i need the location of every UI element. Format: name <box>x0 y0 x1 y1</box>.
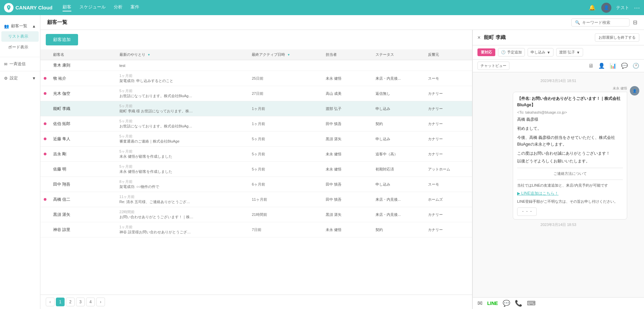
person-icon[interactable]: 👤 <box>598 63 605 69</box>
email-body2: この度はお問い合わせ誠にありがとうございます！ <box>517 150 623 157</box>
nav-analysis[interactable]: 分析 <box>114 4 122 11</box>
filter-icon[interactable]: ⊟ <box>633 19 637 26</box>
prev-page-button[interactable]: ‹ <box>46 298 55 306</box>
app-logo[interactable]: CANARY Cloud <box>4 3 52 12</box>
table-row[interactable]: 青木 康則 test <box>40 60 472 71</box>
chat-view-button[interactable]: チャットビュー <box>477 62 509 70</box>
page-button-4[interactable]: 4 <box>86 298 95 306</box>
email-body1: 今後、高橋 義彦様の担当をさせていただく、株式会社BluAgeの未永と申します。 <box>517 134 623 147</box>
table-row[interactable]: 能町 李織 5ヶ月前 能町 李織 様 お世話になっております。株式会社BluAe… <box>40 101 472 116</box>
close-button[interactable]: × <box>477 35 480 41</box>
row-active-time: 11ヶ月前 <box>248 192 322 207</box>
header-right: 🔔 👤 テスト ⋯ <box>588 3 640 13</box>
row-source: ホームズ <box>425 192 472 207</box>
th-staff[interactable]: 担当者 <box>322 49 372 60</box>
schedule-button[interactable]: 🕐 予定追加 <box>498 48 525 56</box>
row-status <box>372 60 425 71</box>
table-row[interactable]: 光木 伽空 5ヶ月前 お世話になっております。株式会社BluAgeでございます.… <box>40 86 472 101</box>
row-dot <box>40 71 50 86</box>
sidebar-broadcast[interactable]: ✉ 一斉送信 <box>0 59 40 70</box>
row-dot <box>40 86 50 101</box>
page-title: 顧客一覧 <box>47 19 67 26</box>
search-input[interactable] <box>582 20 626 25</box>
row-dot <box>40 192 50 207</box>
table-row[interactable]: 黒須 湛矢 22時間前 お問い合わせありがとうございます！｜株式会社BluAge… <box>40 207 472 222</box>
row-active-time: 5ヶ月前 <box>248 131 322 147</box>
row-dot <box>40 131 50 147</box>
chart-icon[interactable]: 📊 <box>610 63 616 69</box>
history-icon[interactable]: 🕐 <box>633 63 639 69</box>
nav-schedule[interactable]: スケジュール <box>79 4 106 11</box>
search-box[interactable]: 🔍 <box>571 18 630 27</box>
row-dot <box>40 116 50 131</box>
chat-message-1: 未永 健悟 【件名: お問い合わせありがとうございます！｜株式会社BluAge】… <box>477 86 639 220</box>
add-customer-button[interactable]: 顧客追加 <box>46 34 78 45</box>
row-staff: 未永 健悟 <box>322 222 372 237</box>
app-name: CANARY Cloud <box>15 5 52 10</box>
sidebar-customer-header[interactable]: 👥 顧客一覧 ▲ <box>0 21 40 31</box>
row-staff: 未永 健悟 <box>322 147 372 162</box>
sidebar-settings[interactable]: ⚙ 設定 ▼ <box>0 73 40 84</box>
sidebar-item-list[interactable]: リスト表示 <box>1 31 39 42</box>
table-row[interactable]: 牧 祐介 1ヶ月前 架電成功: 申し込みするとのこと 25日前 未永 健悟 来店… <box>40 71 472 86</box>
action-button[interactable]: 要対応 <box>477 48 495 56</box>
grid-icon[interactable]: ⋯ <box>634 4 640 11</box>
row-staff: 田中 慎吾 <box>322 192 372 207</box>
row-active-time: 7日前 <box>248 222 322 237</box>
nav-cases[interactable]: 案件 <box>131 4 139 11</box>
row-status: 来店・内見後... <box>372 207 425 222</box>
th-last-msg[interactable]: 最新のやりとり ▼ <box>116 49 249 60</box>
sort-icon: ▼ <box>147 53 150 56</box>
th-source[interactable]: 反響元 <box>425 49 472 60</box>
page-button-2[interactable]: 2 <box>66 298 75 306</box>
row-name: 牧 祐介 <box>50 71 116 86</box>
nav-customers[interactable]: 顧客 <box>63 4 71 11</box>
customer-table: 顧客名 最新のやりとり ▼ 最終アクティブ日時 ▼ <box>40 49 472 237</box>
page-header: 顧客一覧 🔍 ⊟ <box>40 15 644 30</box>
phone-icon[interactable]: 📞 <box>515 300 522 307</box>
apply-dropdown[interactable]: 申し込み ▼ <box>528 48 553 56</box>
table-area: 顧客追加 顧客名 最新のやりとり ▼ <box>40 30 644 309</box>
th-dot <box>40 49 50 60</box>
row-active-time <box>248 60 322 71</box>
keyboard-icon[interactable]: ⌨ <box>527 300 536 307</box>
screen-icon[interactable]: 🖥 <box>588 63 594 69</box>
table-row[interactable]: 佐伯 拓郎 5ヶ月前 お世話になっております。株式会社BluAgeでございます.… <box>40 116 472 131</box>
row-last-msg: 5ヶ月前 お世話になっております。株式会社BluAgeでございます... <box>116 116 249 131</box>
email-greeting: 初めまして。 <box>517 125 623 132</box>
row-source: カナリー <box>425 147 472 162</box>
table-row[interactable]: 佐藤 明 5ヶ月前 未永 健悟が顧客を作成しました 5ヶ月前 未永 健悟 初期対… <box>40 162 472 177</box>
row-status: 申し込み <box>372 101 425 116</box>
speech-icon[interactable]: 💬 <box>621 63 628 69</box>
row-source: カナリー <box>425 207 472 222</box>
table-wrapper[interactable]: 顧客名 最新のやりとり ▼ 最終アクティブ日時 ▼ <box>40 49 472 295</box>
table-row[interactable]: 近藤 隼人 5ヶ月前 審査通過のご連絡｜株式会社BluAge 5ヶ月前 黒須 湛… <box>40 131 472 147</box>
row-name: 神谷 諒里 <box>50 222 116 237</box>
staff-dropdown[interactable]: 渡部 弘子 ▼ <box>556 48 583 56</box>
page-button-3[interactable]: 3 <box>76 298 85 306</box>
th-name[interactable]: 顧客名 <box>50 49 116 60</box>
table-row[interactable]: 田中 翔吾 8ヶ月前 架電成功: ○○物件の件で 6ヶ月前 田中 慎吾 申し込み… <box>40 177 472 192</box>
main-layout: 👥 顧客一覧 ▲ リスト表示 ボード表示 ✉ 一斉送信 ⚙ 設定 ▼ <box>0 15 644 309</box>
more-button[interactable]: ・・・ <box>517 207 537 216</box>
row-staff: 黒須 湛矢 <box>322 131 372 147</box>
table-row[interactable]: 吉永 剛 5ヶ月前 未永 健悟が顧客を作成しました 5ヶ月前 未永 健悟 追客中… <box>40 147 472 162</box>
row-status: 契約 <box>372 222 425 237</box>
th-active-time[interactable]: 最終アクティブ日時 ▼ <box>248 49 322 60</box>
table-row[interactable]: 高橋 信二 11ヶ月前 Re: 清水 五司様、ご連絡ありがとうございます 11ヶ… <box>40 192 472 207</box>
end-room-button[interactable]: お部屋探しを終了する <box>595 33 639 42</box>
sidebar-item-board[interactable]: ボード表示 <box>1 42 39 52</box>
avatar[interactable]: 👤 <box>601 3 611 13</box>
row-active-time: 6ヶ月前 <box>248 177 322 192</box>
line-icon[interactable]: LINE <box>487 301 498 306</box>
page-button-1[interactable]: 1 <box>56 298 65 306</box>
table-row[interactable]: 神谷 諒里 1ヶ月前 神谷 諒里様お問い合わせありがとうございます... 7日前… <box>40 222 472 237</box>
th-status[interactable]: ステータス <box>372 49 425 60</box>
line-link[interactable]: ▶ LINE追加はこちら！ <box>517 191 559 196</box>
row-last-msg: 5ヶ月前 未永 健悟が顧客を作成しました <box>116 147 249 162</box>
email-icon[interactable]: ✉ <box>477 300 482 307</box>
chat-area[interactable]: 2023年3月14日 18:51 未永 健悟 【件名: お問い合わせありがとうご… <box>473 72 644 297</box>
bell-icon[interactable]: 🔔 <box>588 3 597 12</box>
chat-icon[interactable]: 💬 <box>503 300 510 307</box>
next-page-button[interactable]: › <box>96 298 105 306</box>
